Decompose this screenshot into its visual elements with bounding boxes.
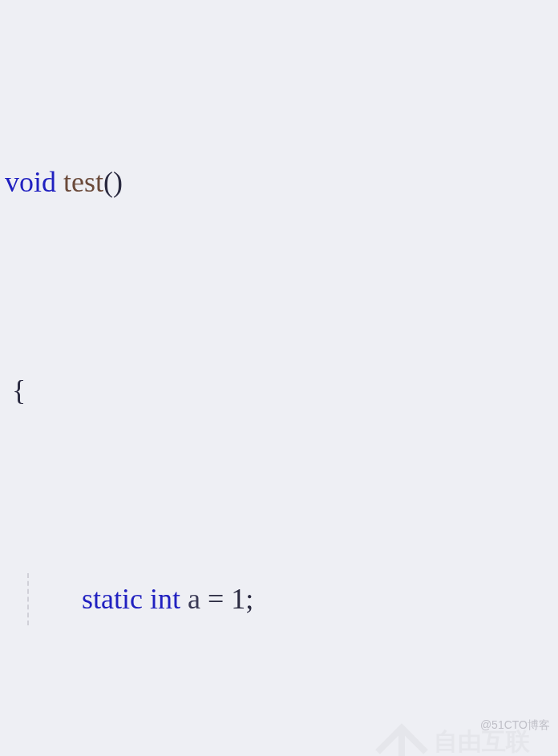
code-block: void test() { static int a = 1; a++; pri… [0, 0, 558, 756]
code-line: void test() [5, 156, 558, 208]
number-literal: 1 [231, 583, 245, 615]
code-line: { [5, 365, 558, 417]
keyword-static: static [82, 583, 143, 615]
operator: = [208, 583, 224, 615]
function-name: test [63, 166, 103, 198]
keyword-int: int [150, 583, 180, 615]
semicolon: ; [245, 583, 253, 615]
code-line: static int a = 1; [5, 573, 558, 625]
keyword-void: void [5, 166, 56, 198]
identifier: a [188, 583, 200, 615]
parens: () [103, 166, 123, 198]
watermark-text: @51CTO博客 [480, 699, 550, 751]
open-brace: { [12, 374, 26, 406]
